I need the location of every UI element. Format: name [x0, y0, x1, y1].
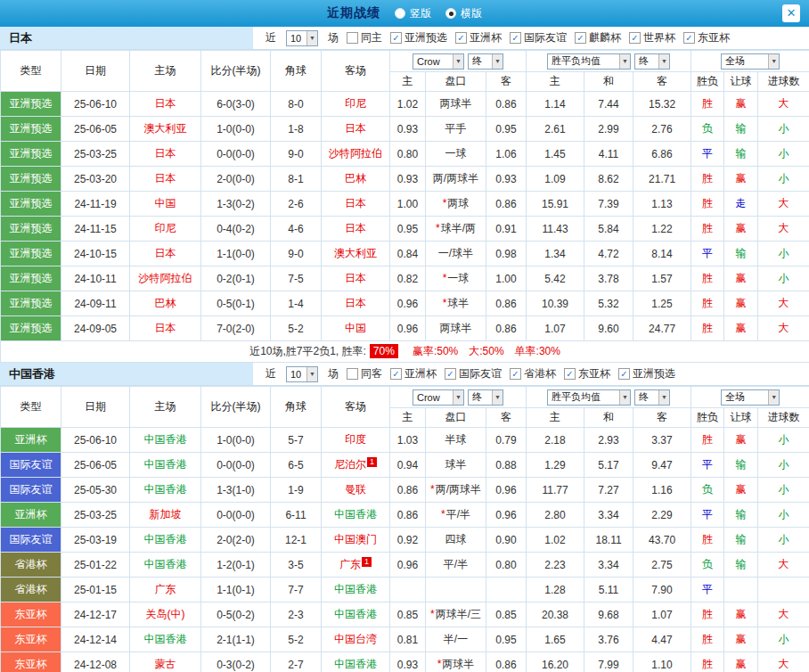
col-header: 主场 [130, 387, 201, 428]
competition-type-cell: 亚洲预选 [1, 242, 61, 266]
checkbox-icon[interactable]: ✓ [455, 32, 467, 44]
filter-bar: 近10▼场同客✓亚洲杯✓国际友谊✓省港杯✓东亚杯✓亚洲预选 [253, 363, 675, 385]
col-header: 主场 [130, 51, 201, 92]
filter-checkbox[interactable]: 同主 [347, 30, 382, 45]
odds-time-select-value: 终 [472, 54, 482, 68]
odds-away-cell: 0.86 [486, 92, 527, 117]
odds-time-select[interactable]: 终▼ [468, 53, 503, 70]
home-team-cell: 广东 [130, 578, 201, 602]
filter-checkbox[interactable]: ✓麒麟杯 [575, 30, 621, 45]
checkbox-icon[interactable]: ✓ [390, 368, 402, 380]
checkbox-icon[interactable]: ✓ [445, 368, 456, 380]
avg-home-cell: 1.34 [527, 242, 584, 266]
corner-cell: 6-5 [271, 453, 322, 478]
match-row: 亚洲预选24-09-05日本7-0(2-0)5-2中国0.96两球半0.861.… [1, 316, 809, 341]
avg-odds-select[interactable]: 胜平负均值▼ [547, 389, 631, 406]
avg-home-cell: 1.02 [527, 528, 584, 553]
avg-away-cell: 8.14 [633, 242, 691, 266]
checkbox-icon[interactable]: ✓ [510, 368, 521, 380]
avg-away-cell: 1.22 [633, 217, 691, 242]
date-cell: 25-05-30 [61, 478, 130, 503]
layout-radio-horizontal[interactable]: 横版 [445, 6, 482, 21]
match-count-select[interactable]: 10▼ [286, 366, 318, 382]
checkbox-icon[interactable]: ✓ [575, 32, 586, 44]
goals-result-cell: 小 [758, 428, 809, 453]
favorite-star-icon: * [443, 197, 447, 209]
corner-cell: 3-5 [271, 553, 322, 578]
dropdown-arrow-icon: ▼ [619, 54, 630, 69]
col-header: 角球 [271, 387, 322, 428]
filter-checkbox[interactable]: 同客 [347, 366, 382, 381]
avg-draw-cell: 9.68 [584, 602, 633, 627]
avg-odds-select[interactable]: 胜平负均值▼ [547, 53, 631, 70]
filter-checkbox[interactable]: ✓亚洲预选 [618, 366, 675, 381]
match-row: 亚洲预选25-03-25日本0-0(0-0)9-0沙特阿拉伯0.80一球1.06… [1, 142, 809, 167]
filter-checkbox[interactable]: ✓国际友谊 [510, 30, 567, 45]
checkbox-icon[interactable]: ✓ [629, 32, 641, 44]
home-team-cell: 中国香港 [130, 528, 201, 553]
home-team-cell: 巴林 [130, 291, 201, 316]
checkbox-icon[interactable]: ✓ [618, 368, 630, 380]
odds-home-cell: 0.96 [390, 316, 426, 341]
competition-type-cell: 亚洲预选 [1, 92, 61, 117]
scope-select-value: 全场 [725, 54, 745, 68]
goals-result-cell: 小 [758, 167, 809, 192]
avg-time-select[interactable]: 终▼ [634, 53, 670, 70]
recent-label: 近 [266, 30, 276, 45]
sub-col-header: 胜负 [691, 408, 724, 428]
goals-result-cell: 小 [758, 117, 809, 142]
handicap-result-cell: 赢 [724, 291, 758, 316]
handicap-result-cell: 赢 [724, 627, 758, 652]
filter-checkbox[interactable]: ✓亚洲杯 [390, 366, 437, 381]
filter-checkbox[interactable]: ✓东亚杯 [564, 366, 610, 381]
checkbox-icon[interactable]: ✓ [683, 32, 695, 44]
bookmaker-select[interactable]: Crow▼ [413, 53, 464, 70]
filter-checkbox[interactable]: ✓国际友谊 [445, 366, 502, 381]
scope-select[interactable]: 全场▼ [721, 53, 780, 70]
checkbox-icon[interactable] [347, 368, 358, 380]
date-cell: 24-11-15 [61, 217, 130, 242]
date-cell: 24-12-17 [61, 602, 130, 627]
checkbox-icon[interactable]: ✓ [564, 368, 576, 380]
checkbox-icon[interactable] [347, 32, 358, 44]
handicap-value: 四球 [445, 533, 467, 545]
scope-header-group: 全场▼ [691, 387, 809, 408]
odds-home-cell: 1.00 [390, 192, 426, 217]
result-cell: 平 [691, 503, 724, 528]
odds-time-select[interactable]: 终▼ [468, 389, 503, 406]
handicap-result-cell: 赢 [724, 217, 758, 242]
filter-label: 麒麟杯 [589, 30, 621, 45]
sub-col-header: 和 [584, 72, 633, 92]
handicap-value: 平/半 [446, 508, 470, 520]
bookmaker-select[interactable]: Crow▼ [413, 389, 464, 406]
score-cell: 0-0(0-0) [201, 142, 271, 167]
handicap-value: 一球 [445, 147, 467, 160]
home-team-cell: 沙特阿拉伯 [130, 266, 201, 291]
handicap-value: 两/两球半 [433, 172, 478, 184]
sections-container: 日本近10▼场同主✓亚洲预选✓亚洲杯✓国际友谊✓麒麟杯✓世界杯✓东亚杯类型日期主… [0, 27, 809, 672]
filter-checkbox[interactable]: ✓东亚杯 [683, 30, 730, 45]
close-icon[interactable]: ✕ [782, 4, 800, 22]
corner-cell: 1-9 [271, 478, 322, 503]
checkbox-icon[interactable]: ✓ [390, 32, 402, 44]
checkbox-icon[interactable]: ✓ [510, 32, 521, 44]
filter-checkbox[interactable]: ✓亚洲杯 [455, 30, 502, 45]
odds-home-cell: 0.93 [390, 117, 426, 142]
layout-radio-vertical[interactable]: 竖版 [395, 6, 431, 21]
competition-type-cell: 亚洲预选 [1, 291, 61, 316]
scope-select[interactable]: 全场▼ [721, 389, 780, 406]
filter-checkbox[interactable]: ✓世界杯 [629, 30, 675, 45]
handicap-cell: *球半/两 [426, 217, 486, 242]
match-count-select[interactable]: 10▼ [286, 30, 318, 46]
odds-away-cell: 0.96 [486, 503, 527, 528]
filter-label: 同主 [361, 30, 382, 45]
away-team-cell: 尼泊尔1 [322, 453, 390, 478]
filter-checkbox[interactable]: ✓亚洲预选 [390, 30, 447, 45]
filter-checkbox[interactable]: ✓省港杯 [510, 366, 556, 381]
section-team-name: 中国香港 [0, 363, 253, 385]
col-header: 角球 [271, 51, 322, 92]
filter-label: 东亚杯 [698, 30, 730, 45]
avg-time-select[interactable]: 终▼ [634, 389, 670, 406]
match-count-select-value: 10 [290, 369, 301, 380]
avg-header-group: 胜平负均值▼终▼ [527, 51, 691, 72]
